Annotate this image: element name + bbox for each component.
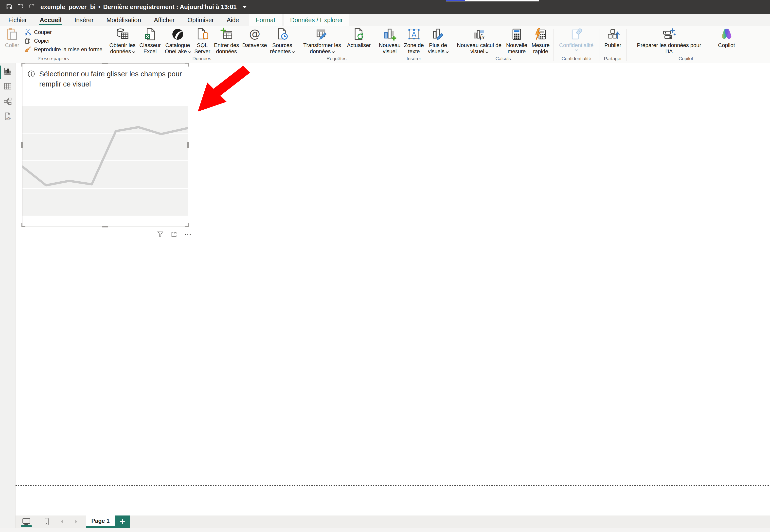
more-visuals-button[interactable]: Plus de visuels	[425, 27, 451, 55]
cut-button[interactable]: Couper	[23, 28, 104, 36]
ribbon: Coller Couper Copier Repro	[0, 26, 770, 63]
data-view-button[interactable]	[3, 82, 12, 91]
focus-mode-icon[interactable]	[170, 231, 178, 238]
report-view-button[interactable]	[3, 67, 12, 76]
sidebar-footer-pad	[0, 515, 16, 528]
redo-button[interactable]	[26, 1, 37, 13]
resize-handle-bottom-left[interactable]	[21, 223, 25, 227]
tab-inserer[interactable]: Insérer	[68, 14, 100, 26]
overlay-strip-blue	[446, 0, 465, 1]
copilot-button[interactable]: Copilot	[715, 27, 738, 49]
group-insert: Nouveau visuel A Zone de texte Plus de v…	[376, 27, 452, 63]
copy-button[interactable]: Copier	[23, 36, 104, 45]
visual-placeholder-header: Sélectionner ou faire glisser les champs…	[22, 64, 188, 89]
onelake-catalog-button[interactable]: Catalogue OneLake	[163, 27, 192, 55]
dropdown-caret-icon[interactable]	[242, 6, 247, 8]
empty-visual[interactable]: Sélectionner ou faire glisser les champs…	[22, 63, 188, 226]
group-caption-copilot: Copilot	[629, 56, 743, 63]
model-view-button[interactable]	[3, 97, 12, 106]
quick-measure-button[interactable]: Mesure rapide	[530, 27, 552, 55]
recent-sources-button[interactable]: Sources récentes	[268, 27, 296, 55]
text-box-button[interactable]: A Zone de texte	[403, 27, 425, 55]
svg-text:DAX: DAX	[6, 117, 11, 119]
tab-aide[interactable]: Aide	[220, 14, 245, 26]
new-measure-button[interactable]: Nouvelle mesure	[504, 27, 530, 55]
publish-button[interactable]: Publier	[601, 27, 625, 49]
dropdown-caret-icon	[332, 50, 335, 53]
tab-fichier[interactable]: Fichier	[2, 14, 33, 26]
resize-handle-left[interactable]	[21, 142, 23, 148]
excel-workbook-button[interactable]: Classeur Excel	[137, 27, 163, 55]
sensitivity-label-icon	[570, 27, 583, 41]
chart-watermark-line	[22, 106, 188, 216]
model-view-icon	[3, 97, 12, 106]
resize-handle-top[interactable]	[102, 63, 108, 64]
calculator-icon	[510, 27, 524, 41]
scissors-icon	[24, 29, 32, 36]
refresh-button[interactable]: Actualiser	[345, 27, 373, 49]
dataverse-button[interactable]: @ Dataverse	[241, 27, 268, 49]
previous-page-button[interactable]	[58, 515, 66, 528]
resize-handle-bottom[interactable]	[102, 226, 108, 227]
more-options-icon[interactable]	[184, 231, 191, 238]
get-data-button[interactable]: Obtenir les données	[108, 27, 137, 55]
resize-handle-top-right[interactable]	[185, 63, 189, 67]
page-boundary-line	[16, 485, 770, 486]
dax-query-view-button[interactable]: DAX	[3, 112, 12, 121]
group-caption-insert: Insérer	[377, 56, 451, 63]
tab-accueil[interactable]: Accueil	[33, 14, 68, 26]
transform-data-button[interactable]: Transformer les données	[300, 27, 345, 55]
onelake-icon	[171, 27, 185, 41]
undo-button[interactable]	[15, 1, 26, 13]
document-title[interactable]: exemple_power_bi • Dernière enregistreme…	[40, 3, 247, 11]
tab-modelisation[interactable]: Modélisation	[100, 14, 147, 26]
resize-handle-bottom-right[interactable]	[185, 223, 189, 227]
filter-icon[interactable]	[156, 231, 164, 238]
bar-chart-plus-icon	[383, 27, 397, 41]
group-caption-share: Partager	[601, 56, 625, 63]
new-visual-button[interactable]: Nouveau visuel	[377, 27, 403, 55]
resize-handle-top-left[interactable]	[21, 63, 25, 67]
previous-page-icon	[60, 519, 65, 524]
sensitivity-button[interactable]: Confidentialité	[556, 27, 597, 51]
group-share: Publier Partager	[600, 27, 626, 63]
add-page-icon	[119, 518, 125, 525]
report-view-icon	[3, 67, 12, 76]
dax-query-view-icon: DAX	[3, 112, 12, 121]
enter-data-button[interactable]: Entrer des données	[212, 27, 241, 55]
sql-server-button[interactable]: SQL Server	[192, 27, 212, 55]
desktop-view-icon	[22, 517, 31, 526]
table-plus-icon	[220, 27, 233, 41]
visual-calculation-button[interactable]: fx Nouveau calcul de visuel	[455, 27, 504, 55]
tab-format[interactable]: Format	[249, 14, 281, 26]
group-copilot: Préparer les données pour l'IA Copilot C…	[628, 27, 744, 63]
file-clock-icon	[275, 27, 289, 41]
prep-data-ai-button[interactable]: Préparer les données pour l'IA	[633, 27, 705, 55]
report-canvas[interactable]: Sélectionner ou faire glisser les champs…	[16, 63, 770, 515]
next-page-icon	[73, 519, 78, 524]
tab-afficher[interactable]: Afficher	[147, 14, 181, 26]
group-queries: Transformer les données Actualiser Requê…	[299, 27, 374, 63]
dropdown-caret-icon	[292, 50, 295, 53]
next-page-button[interactable]	[72, 515, 80, 528]
mobile-layout-button[interactable]	[41, 515, 52, 528]
page-tab[interactable]: Page 1	[86, 515, 115, 528]
dataverse-icon: @	[248, 27, 261, 41]
dropdown-caret-icon	[188, 50, 191, 53]
calculator-lightning-icon	[534, 27, 548, 41]
desktop-layout-button[interactable]	[19, 515, 33, 528]
prep-data-sparkle-icon	[662, 27, 676, 41]
tab-donnees-explorer[interactable]: Données / Explorer	[284, 14, 349, 26]
add-page-button[interactable]	[115, 515, 130, 528]
paintbrush-icon	[24, 46, 32, 53]
tab-optimiser[interactable]: Optimiser	[181, 14, 220, 26]
visual-toolbar	[156, 231, 191, 238]
group-caption-calculations: Calculs	[455, 56, 552, 63]
bar-fx-icon: fx	[473, 27, 486, 41]
resize-handle-right[interactable]	[187, 142, 189, 148]
save-button[interactable]	[3, 1, 15, 13]
save-status-text: Dernière enregistrement : Aujourd'hui à …	[103, 3, 236, 11]
format-painter-button[interactable]: Reproduire la mise en forme	[23, 45, 104, 54]
page-bar: Page 1	[0, 515, 770, 528]
paste-button[interactable]: Coller	[2, 27, 22, 54]
